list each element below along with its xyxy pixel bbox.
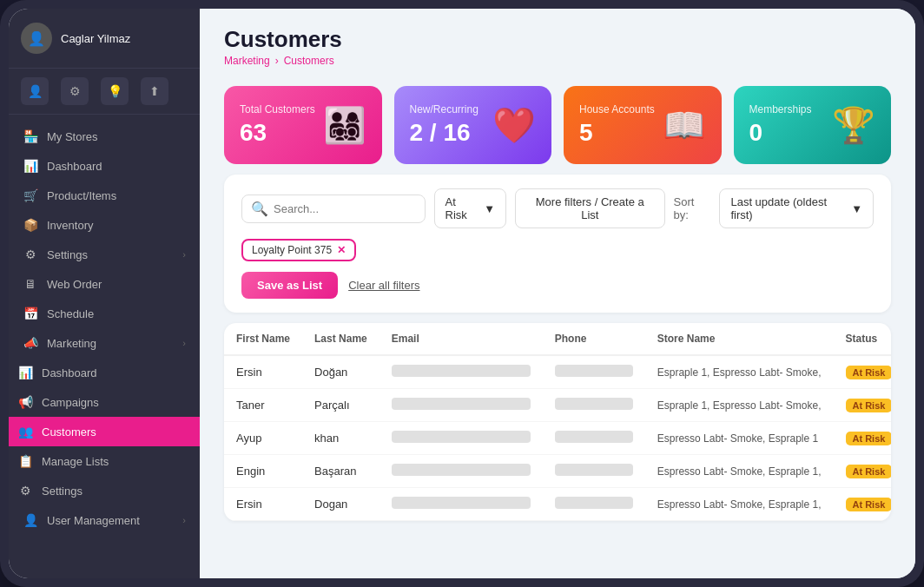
more-filters-button[interactable]: More filters / Create a List <box>515 188 664 228</box>
manage-lists-icon: 📋 <box>17 454 33 468</box>
save-list-button[interactable]: Save as List <box>241 272 338 299</box>
breadcrumb-current: Customers <box>284 55 334 67</box>
stats-cards: Total Customers 63 👨‍👩‍👧‍👦 New/Recurring… <box>200 76 915 175</box>
col-last-name: Last Name <box>302 323 380 355</box>
sidebar-item-inventory[interactable]: 📦 Inventory <box>9 210 200 240</box>
card-icon-recurring: ❤️ <box>492 105 536 146</box>
dashboard-sub-icon: 📊 <box>17 366 33 379</box>
sidebar-item-marketing[interactable]: 📣 Marketing › <box>9 328 200 358</box>
breadcrumb-sep: › <box>275 55 279 67</box>
cell-last-3: Başaran <box>302 455 380 488</box>
cell-last-2: khan <box>302 422 380 455</box>
loyalty-tag-label: Loyalty Point 375 <box>252 244 332 256</box>
settings-arrow: › <box>182 249 186 260</box>
cell-email-2 <box>380 422 543 455</box>
sidebar-item-manage-lists[interactable]: 📋 Manage Lists <box>9 446 200 476</box>
cell-status-1: At Risk <box>834 389 892 422</box>
cell-phone-3 <box>543 455 645 488</box>
sidebar-label-product: Product/Items <box>47 189 116 202</box>
user-icon-btn[interactable]: 👤 <box>21 77 49 105</box>
card-value-total: 63 <box>240 119 315 147</box>
sidebar-item-customers[interactable]: 👥 Customers <box>9 417 200 446</box>
sidebar-label-my-stores: My Stores <box>47 130 98 143</box>
sidebar-item-web-order[interactable]: 🖥 Web Order <box>9 269 200 299</box>
risk-filter-dropdown[interactable]: At Risk ▼ <box>434 188 506 228</box>
sort-arrow: ▼ <box>851 202 862 215</box>
sidebar-label-manage-lists: Manage Lists <box>42 455 109 468</box>
page-header: Customers Marketing › Customers <box>200 9 915 76</box>
sidebar-item-dashboard[interactable]: 📊 Dashboard <box>9 151 200 181</box>
table-row[interactable]: Taner Parçalı Espraple 1, Espresso Labt-… <box>224 389 891 422</box>
user-mgmt-arrow: › <box>182 515 186 525</box>
cell-status-0: At Risk <box>834 355 892 389</box>
cell-status-4: At Risk <box>834 488 892 521</box>
card-icon-membership: 🏆 <box>832 105 875 146</box>
cell-email-4 <box>380 488 543 521</box>
cell-last-4: Dogan <box>302 488 380 521</box>
sidebar-item-schedule[interactable]: 📅 Schedule <box>9 299 200 328</box>
device-frame: 👤 Caglar Yilmaz 👤 ⚙ 💡 ⬆ 🏪 My Stores 📊 Da… <box>0 0 924 587</box>
clear-filters-button[interactable]: Clear all filters <box>348 279 419 292</box>
page-title: Customers <box>224 26 891 53</box>
upload-icon-btn[interactable]: ⬆ <box>141 77 168 105</box>
campaigns-icon: 📢 <box>17 395 33 409</box>
sidebar-item-settings-sub[interactable]: ⚙ Settings <box>9 476 200 505</box>
table-row[interactable]: Engin Başaran Espresso Labt- Smoke, Espr… <box>224 455 891 488</box>
search-box[interactable]: 🔍 <box>241 195 426 223</box>
settings-icon: ⚙ <box>23 247 38 261</box>
avatar: 👤 <box>21 23 52 54</box>
cell-email-1 <box>380 389 543 422</box>
filter-tags-row: Loyalty Point 375 ✕ <box>241 239 874 261</box>
table-row[interactable]: Ersin Dogan Espresso Labt- Smoke, Esprap… <box>224 488 891 521</box>
loyalty-filter-tag[interactable]: Loyalty Point 375 ✕ <box>241 239 356 261</box>
col-phone: Phone <box>543 323 645 355</box>
bulb-icon-btn[interactable]: 💡 <box>101 77 129 105</box>
card-total-customers[interactable]: Total Customers 63 👨‍👩‍👧‍👦 <box>224 86 382 164</box>
web-order-icon: 🖥 <box>23 277 38 291</box>
cell-status-2: At Risk <box>834 422 892 455</box>
filter-section: 🔍 At Risk ▼ More filters / Create a List… <box>224 175 891 313</box>
user-mgmt-icon: 👤 <box>23 513 38 527</box>
sidebar-label-user-mgmt: User Management <box>47 514 140 527</box>
cell-last-0: Doğan <box>302 355 380 389</box>
marketing-arrow: › <box>182 338 186 348</box>
gear-icon-btn[interactable]: ⚙ <box>61 77 89 105</box>
cell-first-1: Taner <box>224 389 302 422</box>
card-icon-house: 📖 <box>663 105 706 146</box>
cell-email-3 <box>380 455 543 488</box>
card-memberships[interactable]: Memberships 0 🏆 <box>734 86 892 164</box>
card-house-accounts[interactable]: House Accounts 5 📖 <box>564 86 722 164</box>
sidebar-label-dashboard-sub: Dashboard <box>42 366 97 379</box>
customers-icon: 👥 <box>17 425 33 439</box>
cell-last-1: Parçalı <box>302 389 380 422</box>
sidebar-item-my-stores[interactable]: 🏪 My Stores <box>9 122 200 151</box>
cell-first-0: Ersin <box>224 355 302 389</box>
cell-store-3: Espresso Labt- Smoke, Espraple 1, <box>645 455 834 488</box>
search-input[interactable] <box>274 202 416 215</box>
sidebar-label-campaigns: Campaigns <box>42 396 99 409</box>
breadcrumb-marketing[interactable]: Marketing <box>224 55 270 67</box>
card-value-house: 5 <box>579 119 655 147</box>
table-row[interactable]: Ayup khan Espresso Labt- Smoke, Espraple… <box>224 422 891 455</box>
cell-phone-1 <box>543 389 645 422</box>
cell-first-2: Ayup <box>224 422 302 455</box>
sidebar-nav: 🏪 My Stores 📊 Dashboard 🛒 Product/Items … <box>9 115 200 578</box>
loyalty-tag-close[interactable]: ✕ <box>337 244 346 256</box>
sidebar-item-settings[interactable]: ⚙ Settings › <box>9 240 200 269</box>
card-label-recurring: New/Recurring <box>410 103 478 115</box>
cell-status-3: At Risk <box>834 455 892 488</box>
card-new-recurring[interactable]: New/Recurring 2 / 16 ❤️ <box>394 86 552 164</box>
sidebar-item-product-items[interactable]: 🛒 Product/Items <box>9 181 200 210</box>
settings-sub-icon: ⚙ <box>17 484 33 498</box>
sort-dropdown[interactable]: Last update (oldest first) ▼ <box>719 188 874 228</box>
customers-table-section: First Name Last Name Email Phone Store N… <box>224 323 891 521</box>
product-icon: 🛒 <box>23 188 38 202</box>
sidebar-item-user-management[interactable]: 👤 User Management › <box>9 505 200 535</box>
sidebar-item-dashboard-sub[interactable]: 📊 Dashboard <box>9 358 200 387</box>
sidebar-label-inventory: Inventory <box>47 219 93 232</box>
card-label-total: Total Customers <box>240 103 315 115</box>
risk-filter-label: At Risk <box>446 195 479 221</box>
sidebar-item-campaigns[interactable]: 📢 Campaigns <box>9 387 200 417</box>
actions-row: Save as List Clear all filters <box>241 272 874 299</box>
table-row[interactable]: Ersin Doğan Espraple 1, Espresso Labt- S… <box>224 355 891 389</box>
